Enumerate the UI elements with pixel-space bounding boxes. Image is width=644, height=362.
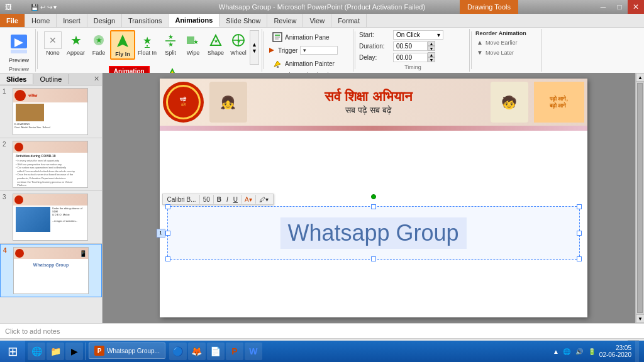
handle-top-left[interactable] [165,204,170,209]
title-bar: 🖼 💾 ↩ ↪ ▾ Whatsapp Group - Microsoft Pow… [0,0,644,14]
svg-text:★: ★ [214,38,218,44]
textbox-selection[interactable]: 1 Whatsapp Group [167,206,580,260]
delay-up[interactable]: ▲ [428,52,435,57]
animation-pane-button[interactable]: Animation Pane [268,30,334,44]
preview-button[interactable]: Preview [5,30,33,65]
taskbar: ⊞ 🌐 📁 ▶ P Whatsapp Group... 🔵 🦊 📄 P W ▲ … [0,341,644,362]
notes-area[interactable]: Click to add notes [0,323,644,338]
move-earlier-button[interactable]: ▲ Move Earlier [475,38,518,47]
trigger-dropdown[interactable]: ▾ [300,46,338,55]
start-button[interactable]: ⊞ [0,341,25,362]
slide-thumbnail-4[interactable]: 4 Whatsapp Group 📱 [0,244,102,297]
panel-tab-slides[interactable]: Slides [0,74,33,84]
anim-shape-button[interactable]: ★ Shape [204,30,227,57]
tab-transitions[interactable]: Transitions [122,14,169,27]
vertical-scrollbar[interactable]: ▲ ▼ [635,73,644,323]
textbox-content[interactable]: Whatsapp Group [280,217,466,249]
scroll-up-button[interactable]: ▲ [636,73,644,82]
scroll-down-button[interactable]: ▼ [636,314,644,323]
canvas-area[interactable]: पढ़ी बेटी 👧 सर्व शिक्षा अभियान सब पढ़े स… [103,73,644,323]
slide-thumbnail-2[interactable]: 2 Activities during COVID-19 • In every … [0,138,102,191]
banner-subtitle: सब पढ़े सब बढ़े [250,105,488,116]
delay-down[interactable]: ▼ [428,57,435,62]
tab-format[interactable]: Format [331,14,367,27]
tab-file[interactable]: File [0,14,25,27]
reorder-label: Reorder Animation [475,30,526,36]
anim-wipe-button[interactable]: ★ Wipe [182,30,204,57]
notes-placeholder: Click to add notes [5,327,60,335]
duration-down[interactable]: ▼ [428,46,435,51]
mini-formatting-toolbar: Calibri B... 50 B I U A▾ 🖊▾ [162,194,274,205]
font-color-button[interactable]: A▾ [243,195,254,204]
duration-up[interactable]: ▲ [428,41,435,46]
tab-slideshow[interactable]: Slide Show [219,14,267,27]
italic-button[interactable]: I [225,195,230,204]
ribbon-group-animation: ✕ None ★ Appear ★ Fade [39,29,262,72]
handle-middle-left[interactable] [165,231,170,236]
taskbar-powerpoint[interactable]: P Whatsapp Group... [89,343,165,359]
anim-split-button[interactable]: ★ ★ Split [159,30,182,57]
svg-text:★: ★ [143,35,152,46]
anim-none-button[interactable]: ✕ None [42,30,64,57]
slide-thumbnail-1[interactable]: 1 सर्व शिक्षा E-LEARNINGGovt. Model Seni… [0,85,102,138]
handle-bottom-right[interactable] [577,256,582,261]
start-dropdown[interactable]: On Click ▾ [393,30,443,40]
tab-animations[interactable]: Animations [169,14,219,27]
scroll-thumb[interactable] [637,83,643,313]
duration-label: Duration: [359,43,391,50]
start-label: Start: [359,31,391,38]
tray-show-button[interactable]: ▲ [553,348,559,355]
move-later-button[interactable]: ▼ Move Later [475,48,515,57]
animation-painter-button[interactable]: Animation Painter [268,57,339,70]
tab-insert[interactable]: Insert [57,14,87,27]
anim-appear-button[interactable]: ★ Appear [64,30,87,57]
minimize-button[interactable]: ─ [595,0,611,14]
handle-middle-right[interactable] [577,231,582,236]
close-button[interactable]: ✕ [628,0,644,14]
handle-bottom-center[interactable] [371,256,376,261]
floatin-icon: ★ [138,31,156,49]
taskbar-firefox[interactable]: 🦊 [188,343,206,360]
underline-button[interactable]: U [231,195,240,204]
banner-title: सर्व शिक्षा अभियान [250,89,488,105]
delay-value[interactable]: 00.00 [393,53,428,62]
handle-top-right[interactable] [577,204,582,209]
svg-rect-27 [277,66,279,68]
tray-network-icon[interactable]: 🌐 [562,346,572,356]
anim-floatin-button[interactable]: ★ Float In [135,30,159,57]
taskbar-word[interactable]: W [245,343,262,360]
svg-marker-26 [269,48,274,53]
handle-top-center[interactable] [371,204,376,209]
panel-close-button[interactable]: ✕ [92,75,101,84]
tab-review[interactable]: Review [267,14,303,27]
bold-button[interactable]: B [215,195,223,204]
slide-thumbnail-3[interactable]: 3 Under the able guidance of SDM& D.E.O.… [0,191,102,244]
anim-wheel-button[interactable]: ★ Wheel [227,30,250,57]
handle-bottom-left[interactable] [165,256,170,261]
show-desktop-button[interactable] [635,341,639,362]
taskbar-acrobat[interactable]: 📄 [207,343,225,360]
maximize-button[interactable]: □ [611,0,628,14]
tray-volume-icon[interactable]: 🔊 [574,346,584,356]
rotate-handle[interactable] [371,194,376,199]
highlight-button[interactable]: 🖊▾ [257,195,270,204]
tab-home[interactable]: Home [25,14,57,27]
animation-scroll-button[interactable]: ▲ ▼ [250,30,259,65]
tray-battery-icon[interactable]: 🔋 [587,346,597,356]
wipe-icon: ★ [184,31,202,49]
quick-launch-ie[interactable]: 🌐 [28,343,45,360]
taskbar-powerpoint2[interactable]: P [226,343,243,360]
anim-flyin-button[interactable]: Fly In [110,30,135,60]
quick-launch-media[interactable]: ▶ [65,343,83,360]
tab-design[interactable]: Design [87,14,122,27]
tab-view[interactable]: View [303,14,331,27]
duration-value[interactable]: 00.50 [393,41,428,51]
trigger-row: Trigger ▾ [268,45,338,55]
anim-fade-button[interactable]: ★ Fade [87,30,110,57]
font-size: 50 [201,195,212,204]
taskbar-chrome[interactable]: 🔵 [169,343,187,360]
powerpoint-taskbar-icon: P [94,346,104,356]
quick-launch-explorer[interactable]: 📁 [47,343,64,360]
panel-tab-outline[interactable]: Outline [33,74,69,84]
system-clock[interactable]: 23:05 02-06-2020 [599,344,631,358]
